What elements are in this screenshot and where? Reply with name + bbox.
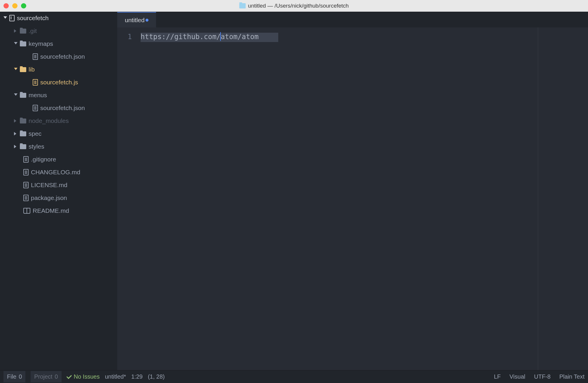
tree-file-license[interactable]: LICENSE.md: [0, 179, 117, 192]
statusbar: File 0 Project 0 No Issues untitled* 1:2…: [0, 370, 588, 383]
folder-icon: [20, 131, 26, 136]
tree-label: .gitignore: [31, 156, 56, 163]
traffic-lights: [4, 3, 26, 8]
wrap-guide: [538, 27, 538, 370]
line-number: 1: [117, 33, 132, 41]
project-root[interactable]: sourcefetch: [0, 12, 117, 25]
tree-label: sourcefetch.json: [40, 53, 85, 60]
code-text: https://github.com/atom/atom: [141, 33, 259, 41]
status-file-count[interactable]: File 0: [4, 371, 25, 382]
chevron-down-icon: [14, 93, 18, 97]
tree-file-package-json[interactable]: package.json: [0, 192, 117, 204]
titlebar: untitled — /Users/nick/github/sourcefetc…: [0, 0, 588, 12]
folder-icon: [20, 119, 26, 123]
tab-label: untitled: [125, 17, 145, 24]
chevron-down-icon: [14, 42, 18, 46]
file-icon: [33, 79, 38, 86]
file-icon: [33, 53, 38, 60]
tree-file-keymaps-json[interactable]: sourcefetch.json: [0, 50, 117, 63]
tree-label: package.json: [31, 194, 67, 201]
modified-indicator-icon: [146, 19, 148, 22]
tree-label: sourcefetch.js: [40, 79, 78, 86]
chevron-down-icon: [4, 16, 7, 20]
tree-label: sourcefetch.json: [40, 105, 85, 112]
close-window-button[interactable]: [4, 3, 9, 8]
tree-folder-menus[interactable]: menus: [0, 89, 117, 102]
status-cursor-position[interactable]: 1:29: [131, 373, 143, 380]
status-grammar[interactable]: Plain Text: [559, 373, 584, 380]
file-icon: [33, 105, 38, 111]
tree-folder-keymaps[interactable]: keymaps: [0, 37, 117, 50]
tree-folder-lib[interactable]: lib: [0, 63, 117, 76]
folder-icon: [239, 3, 246, 8]
tree-label: node_modules: [29, 117, 69, 124]
tree-folder-styles[interactable]: styles: [0, 140, 117, 153]
chevron-down-icon: [14, 68, 18, 71]
status-label: File: [7, 373, 16, 380]
tree-file-gitignore[interactable]: .gitignore: [0, 153, 117, 166]
window-title-text: untitled — /Users/nick/github/sourcefetc…: [248, 3, 349, 9]
tree-label: .git: [29, 27, 37, 34]
tree-folder-spec[interactable]: spec: [0, 127, 117, 140]
status-selection[interactable]: (1, 28): [148, 373, 165, 380]
file-icon: [23, 195, 29, 201]
check-icon: [66, 373, 72, 379]
tree-folder-node-modules[interactable]: node_modules: [0, 114, 117, 127]
tree-file-readme[interactable]: README.md: [0, 204, 117, 217]
tree-label: CHANGELOG.md: [31, 169, 80, 176]
chevron-right-icon: [14, 145, 18, 148]
folder-icon: [20, 29, 26, 34]
status-project-count[interactable]: Project 0: [31, 371, 61, 382]
tree-label: keymaps: [29, 40, 53, 47]
tree-label: styles: [29, 143, 44, 150]
status-line-ending[interactable]: LF: [494, 373, 501, 380]
tab-untitled[interactable]: untitled: [117, 12, 156, 27]
tree-folder-git[interactable]: .git: [0, 25, 117, 37]
folder-icon: [20, 93, 26, 98]
project-name: sourcefetch: [17, 15, 49, 22]
status-value: 0: [19, 373, 22, 380]
book-icon: [23, 208, 30, 214]
chevron-right-icon: [14, 29, 18, 33]
tree-label: spec: [29, 130, 41, 137]
chevron-right-icon: [14, 132, 18, 135]
maximize-window-button[interactable]: [21, 3, 26, 8]
tree-file-menus-json[interactable]: sourcefetch.json: [0, 102, 117, 114]
tree-label: LICENSE.md: [31, 182, 67, 189]
status-mode[interactable]: Visual: [510, 373, 525, 380]
tree-label: README.md: [33, 207, 69, 214]
line-gutter: 1: [117, 31, 141, 370]
file-icon: [23, 182, 29, 188]
status-encoding[interactable]: UTF-8: [534, 373, 551, 380]
minimize-window-button[interactable]: [12, 3, 18, 8]
status-issues[interactable]: No Issues: [67, 373, 100, 380]
file-tree-sidebar: sourcefetch .git keymaps sourcefetch.jso…: [0, 12, 117, 370]
tree-label: lib: [29, 66, 35, 73]
folder-icon: [20, 41, 26, 46]
text-cursor-icon: [220, 32, 221, 41]
editor-area: untitled 1 https://github.com/atom/atom: [117, 12, 588, 370]
editor-content[interactable]: 1 https://github.com/atom/atom: [117, 27, 588, 370]
status-issues-text: No Issues: [74, 373, 100, 380]
status-label: Project: [34, 373, 52, 380]
code-line[interactable]: https://github.com/atom/atom: [141, 31, 259, 370]
file-icon: [23, 156, 29, 163]
status-value: 0: [55, 373, 58, 380]
file-icon: [23, 169, 29, 175]
tree-label: menus: [29, 92, 47, 99]
folder-icon: [20, 144, 26, 149]
status-filename[interactable]: untitled*: [105, 373, 126, 380]
folder-icon: [20, 67, 26, 72]
tree-file-changelog[interactable]: CHANGELOG.md: [0, 166, 117, 179]
tab-bar: untitled: [117, 12, 588, 27]
tree-file-sourcefetch-js[interactable]: sourcefetch.js: [0, 76, 117, 89]
window-title: untitled — /Users/nick/github/sourcefetc…: [239, 3, 349, 9]
repo-icon: [9, 15, 15, 21]
chevron-right-icon: [14, 119, 18, 123]
